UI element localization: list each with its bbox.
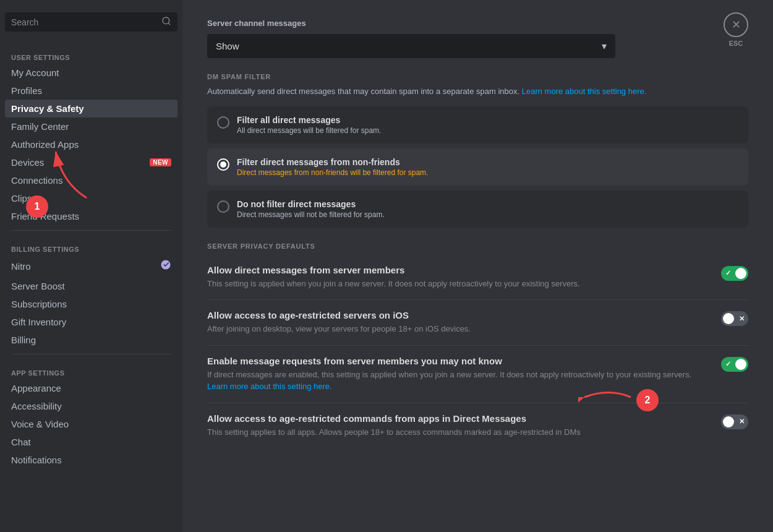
divider-2 bbox=[11, 354, 171, 354]
setting-title-age-restricted-commands: Allow access to age-restricted commands … bbox=[207, 413, 709, 424]
user-settings-label: USER SETTINGS bbox=[5, 49, 177, 64]
toggle-x-icon-2: ✕ bbox=[739, 418, 745, 426]
annotation-2: 2 bbox=[636, 389, 659, 411]
toggle-knob-message-requests bbox=[735, 359, 746, 370]
radio-filter-non-friends[interactable]: Filter direct messages from non-friends … bbox=[207, 148, 748, 186]
setting-title-age-restricted-ios: Allow access to age-restricted servers o… bbox=[207, 310, 709, 320]
svg-point-0 bbox=[163, 17, 169, 24]
dm-spam-filter-label: DM SPAM FILTER bbox=[207, 73, 748, 80]
radio-filter-all[interactable]: Filter all direct messages All direct me… bbox=[207, 106, 748, 144]
setting-desc-allow-dm: This setting is applied when you join a … bbox=[207, 278, 709, 290]
toggle-check-icon: ✓ bbox=[725, 269, 731, 277]
chevron-down-icon: ▾ bbox=[602, 40, 607, 52]
new-badge: NEW bbox=[150, 158, 171, 166]
esc-label: ESC bbox=[729, 40, 743, 47]
server-privacy-label: SERVER PRIVACY DEFAULTS bbox=[207, 242, 748, 250]
setting-info-allow-dm: Allow direct messages from server member… bbox=[207, 265, 721, 290]
radio-text-filter-all: Filter all direct messages All direct me… bbox=[237, 115, 381, 135]
server-channel-messages-dropdown[interactable]: Show ▾ bbox=[207, 34, 615, 58]
setting-desc-age-restricted-ios: After joining on desktop, view your serv… bbox=[207, 323, 709, 335]
message-requests-link[interactable]: Learn more about this setting here. bbox=[207, 382, 332, 391]
sidebar-item-privacy-safety[interactable]: Privacy & Safety bbox=[5, 100, 177, 118]
radio-circle-no-filter bbox=[217, 200, 229, 213]
toggle-message-requests[interactable]: ✓ bbox=[721, 357, 748, 372]
svg-line-1 bbox=[168, 23, 170, 25]
setting-title-allow-dm: Allow direct messages from server member… bbox=[207, 265, 709, 275]
sidebar-item-accessibility[interactable]: Accessibility bbox=[5, 397, 177, 415]
toggle-knob-age-restricted-ios bbox=[723, 313, 734, 324]
dm-spam-filter-link[interactable]: Learn more about this setting here. bbox=[522, 87, 647, 96]
sidebar-item-connections[interactable]: Connections bbox=[5, 171, 177, 189]
annotation-badge-2: 2 bbox=[636, 389, 659, 411]
radio-text-no-filter: Do not filter direct messages Direct mes… bbox=[237, 199, 385, 219]
sidebar-item-profiles[interactable]: Profiles bbox=[5, 82, 177, 100]
toggle-age-restricted-commands[interactable]: ✕ bbox=[721, 414, 748, 429]
close-icon[interactable]: ✕ bbox=[724, 12, 748, 37]
search-icon bbox=[161, 16, 171, 28]
radio-circle-filter-all bbox=[217, 116, 229, 129]
billing-settings-label: BILLING SETTINGS bbox=[5, 241, 177, 255]
toggle-age-restricted-ios[interactable]: ✕ bbox=[721, 311, 748, 326]
sidebar-item-subscriptions[interactable]: Subscriptions bbox=[5, 295, 177, 313]
sidebar-item-appearance[interactable]: Appearance bbox=[5, 379, 177, 397]
setting-row-allow-dm: Allow direct messages from server member… bbox=[207, 255, 748, 301]
setting-desc-message-requests: If direct messages are enabled, this set… bbox=[207, 369, 709, 393]
sidebar-item-notifications[interactable]: Notifications bbox=[5, 451, 177, 469]
server-channel-messages-title: Server channel messages bbox=[207, 19, 748, 28]
sidebar-item-devices[interactable]: Devices NEW bbox=[5, 153, 177, 171]
setting-row-age-restricted-commands: Allow access to age-restricted commands … bbox=[207, 403, 748, 448]
sidebar-item-gift-inventory[interactable]: Gift Inventory bbox=[5, 313, 177, 331]
esc-button[interactable]: ✕ ESC bbox=[724, 12, 748, 47]
setting-info-age-restricted-ios: Allow access to age-restricted servers o… bbox=[207, 310, 721, 335]
divider-1 bbox=[11, 230, 171, 231]
radio-text-filter-non-friends: Filter direct messages from non-friends … bbox=[237, 157, 428, 177]
toggle-allow-dm[interactable]: ✓ bbox=[721, 266, 748, 281]
dropdown-value: Show bbox=[216, 41, 239, 51]
toggle-check-icon-2: ✓ bbox=[725, 360, 731, 368]
sidebar-item-authorized-apps[interactable]: Authorized Apps bbox=[5, 135, 177, 153]
app-settings-label: APP SETTINGS bbox=[5, 364, 177, 379]
radio-circle-filter-non-friends bbox=[217, 158, 229, 171]
settings-sidebar: USER SETTINGS My Account Profiles Privac… bbox=[0, 0, 182, 532]
sidebar-item-voice-video[interactable]: Voice & Video bbox=[5, 415, 177, 433]
toggle-knob-age-restricted-commands bbox=[723, 416, 734, 427]
setting-info-age-restricted-commands: Allow access to age-restricted commands … bbox=[207, 413, 721, 439]
toggle-x-icon: ✕ bbox=[739, 315, 745, 323]
setting-row-message-requests: Enable message requests from server memb… bbox=[207, 346, 748, 403]
setting-row-age-restricted-ios: Allow access to age-restricted servers o… bbox=[207, 300, 748, 346]
sidebar-item-my-account[interactable]: My Account bbox=[5, 64, 177, 82]
server-privacy-section: SERVER PRIVACY DEFAULTS Allow direct mes… bbox=[207, 242, 748, 448]
dm-spam-filter-desc: Automatically send direct messages that … bbox=[207, 85, 748, 98]
search-bar[interactable] bbox=[5, 12, 177, 32]
main-settings-content: ✕ ESC Server channel messages Show ▾ DM … bbox=[182, 0, 773, 532]
setting-title-message-requests: Enable message requests from server memb… bbox=[207, 356, 709, 366]
toggle-knob-allow-dm bbox=[735, 268, 746, 279]
sidebar-item-chat[interactable]: Chat bbox=[5, 433, 177, 451]
radio-no-filter[interactable]: Do not filter direct messages Direct mes… bbox=[207, 191, 748, 228]
setting-info-message-requests: Enable message requests from server memb… bbox=[207, 356, 721, 393]
sidebar-item-billing[interactable]: Billing bbox=[5, 331, 177, 349]
setting-desc-age-restricted-commands: This setting applies to all apps. Allows… bbox=[207, 426, 709, 439]
search-input[interactable] bbox=[11, 17, 159, 27]
nitro-icon bbox=[160, 259, 171, 273]
sidebar-item-nitro[interactable]: Nitro bbox=[5, 255, 177, 277]
sidebar-item-family-center[interactable]: Family Center bbox=[5, 118, 177, 135]
sidebar-item-server-boost[interactable]: Server Boost bbox=[5, 277, 177, 295]
